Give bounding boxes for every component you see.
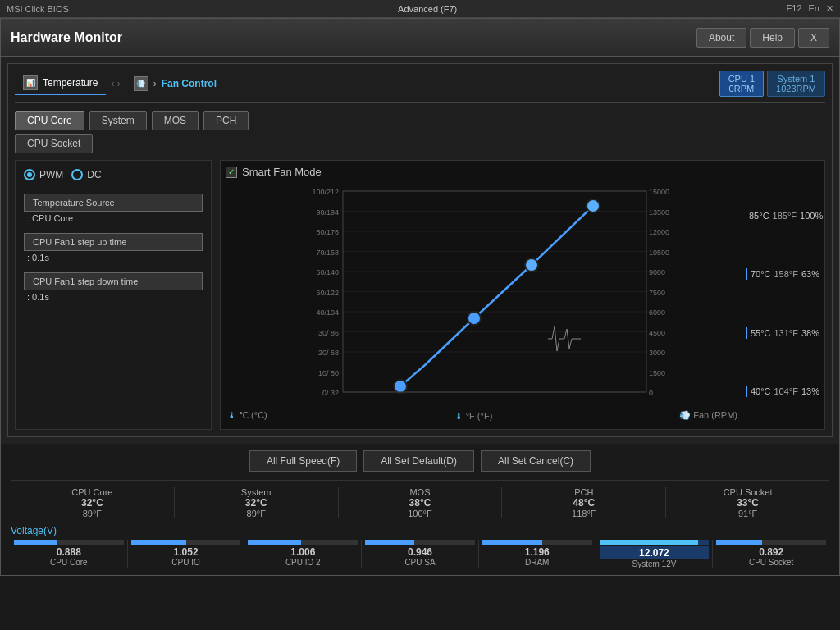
topbar-controls: F12 En ✕ [787,3,833,14]
volt-cpu-io: 1.052 CPU IO [128,540,245,568]
pwm-label: PWM [39,169,63,180]
dc-radio[interactable] [71,169,83,180]
volt-bar-cpu-socket-container [716,540,826,545]
volt-cpu-sa: 0.946 CPU SA [362,540,479,568]
topbar-close[interactable]: ✕ [826,3,833,14]
temp-bar-55 [746,327,747,339]
sensor-reading-pch: PCH 48°C 118°F [502,487,666,518]
volt-bar-cpu-io2 [248,540,300,545]
sensor-name-pch: PCH [505,487,662,497]
pwm-radio[interactable] [24,169,35,180]
tab-divider: ‹ › [111,78,120,89]
svg-text:60/140: 60/140 [316,268,339,276]
topbar-lang[interactable]: En [809,3,819,14]
smart-fan-checkbox[interactable]: ✓ [226,167,237,178]
sensor-f-pch: 118°F [505,509,662,518]
sensor-name-cpu-socket: CPU Socket [669,487,826,497]
svg-text:15000: 15000 [649,188,669,196]
step-down-button[interactable]: CPU Fan1 step down time [24,272,203,290]
svg-text:80/176: 80/176 [316,228,339,236]
sensor-mos[interactable]: MOS [152,111,199,130]
sensor-c-cpu-core: 32°C [14,497,171,509]
chart-footer: 🌡 ℃ (°C) 🌡 °F (°F) 💨 Fan (RPM) [226,407,739,424]
temp-source-value: : CPU Core [24,213,203,223]
all-set-cancel-button[interactable]: All Set Cancel(C) [481,450,591,472]
fan-icon: 💨 [134,76,148,91]
temp-row-40: 40°C 104°F 13% [746,386,819,397]
sensor-name-cpu-core: CPU Core [14,487,171,497]
temp-bar-70 [746,268,747,280]
sensor-readings: CPU Core 32°C 89°F System 32°C 89°F MOS … [11,480,829,518]
svg-text:12000: 12000 [649,228,669,236]
topbar-f12[interactable]: F12 [787,3,802,14]
sensor-reading-system: System 32°C 89°F [175,487,339,518]
svg-text:90/194: 90/194 [316,208,339,217]
svg-text:13500: 13500 [649,208,669,217]
volt-name-cpu-socket: CPU Socket [716,558,826,567]
temp-40c: 40°C [751,386,771,396]
volt-val-cpu-core: 0.888 [14,546,124,558]
chart-svg-area[interactable]: 100/212 90/194 80/176 70/158 60/140 50/1… [226,183,739,424]
voltage-label: Voltage(V) [11,525,829,536]
sensor-pch[interactable]: PCH [203,111,249,130]
all-set-default-button[interactable]: All Set Default(D) [363,450,474,472]
sensor-system[interactable]: System [89,111,147,130]
bottom-area: All Full Speed(F) All Set Default(D) All… [1,444,839,575]
voltage-readings: 0.888 CPU Core 1.052 CPU IO 1.006 CPU IO… [11,540,829,568]
temp-40f: 104°F [774,386,797,396]
main-content: PWM DC Temperature Source : CPU Core CPU… [15,160,825,430]
dc-radio-group[interactable]: DC [71,169,101,180]
volt-system12v: 12.072 System 12V [596,540,714,568]
fan-system1-button[interactable]: System 1 1023RPM [767,71,825,97]
svg-point-37[interactable] [587,199,600,212]
topbar-mode: Advanced (F7) [398,4,457,14]
temp-source-button[interactable]: Temperature Source [24,194,203,212]
volt-bar-cpu-io2-container [248,540,358,545]
svg-text:7500: 7500 [649,289,665,297]
fan-speed-buttons: CPU 1 0RPM System 1 1023RPM [719,71,825,97]
svg-text:40/104: 40/104 [316,308,339,317]
sensor-name-system: System [178,487,335,497]
temp-row-70: 70°C 158°F 63% [746,268,819,280]
tab-fan-control[interactable]: 💨 › Fan Control [126,73,225,94]
svg-point-34[interactable] [394,380,407,393]
svg-text:100/212: 100/212 [312,188,339,196]
step-down-value: : 0.1s [24,292,203,302]
temp-70pct: 63% [801,269,819,279]
temp-85pct: 100% [800,211,823,221]
svg-point-36[interactable] [525,258,538,272]
svg-point-35[interactable] [468,312,481,325]
svg-text:20/ 68: 20/ 68 [318,349,339,357]
volt-name-cpu-io: CPU IO [131,558,241,567]
step-up-button[interactable]: CPU Fan1 step up time [24,233,203,251]
temp-40pct: 13% [801,386,819,396]
left-panel: PWM DC Temperature Source : CPU Core CPU… [15,160,212,430]
temperature-tab-label: Temperature [43,77,98,89]
temp-scale: 85°C 185°F 100% 70°C 158°F 63% 55° [746,183,819,424]
title-buttons: About Help X [696,28,829,48]
sensor-cpu-core[interactable]: CPU Core [15,111,84,130]
volt-val-cpu-sa: 0.946 [365,546,475,558]
step-up-value: : 0.1s [24,253,203,262]
fan-cpu1-button[interactable]: CPU 1 0RPM [719,71,764,97]
sensor-reading-mos: MOS 38°C 100°F [339,487,503,518]
temp-row-85: 85°C 185°F 100% [746,210,819,221]
svg-text:3000: 3000 [649,349,665,357]
help-button[interactable]: Help [750,28,795,48]
all-full-speed-button[interactable]: All Full Speed(F) [249,450,357,472]
pwm-radio-group[interactable]: PWM [24,169,63,180]
svg-text:6000: 6000 [649,308,665,317]
sensor-f-system: 89°F [178,509,335,518]
volt-bar-dram [482,540,543,545]
about-button[interactable]: About [696,28,746,48]
close-button[interactable]: X [798,28,829,48]
sensor-cpu-socket[interactable]: CPU Socket [15,134,93,153]
sensor-c-pch: 48°C [505,497,662,509]
top-bar: MSI Click BIOS Advanced (F7) F12 En ✕ [0,0,840,18]
chart-container: 100/212 90/194 80/176 70/158 60/140 50/1… [226,183,819,424]
volt-name-system12v: System 12V [600,559,710,568]
volt-cpu-core: 0.888 CPU Core [11,540,128,568]
volt-bar-system12v-container [600,540,710,545]
tab-temperature[interactable]: 📊 Temperature [15,72,106,95]
volt-bar-cpu-sa [365,540,414,545]
